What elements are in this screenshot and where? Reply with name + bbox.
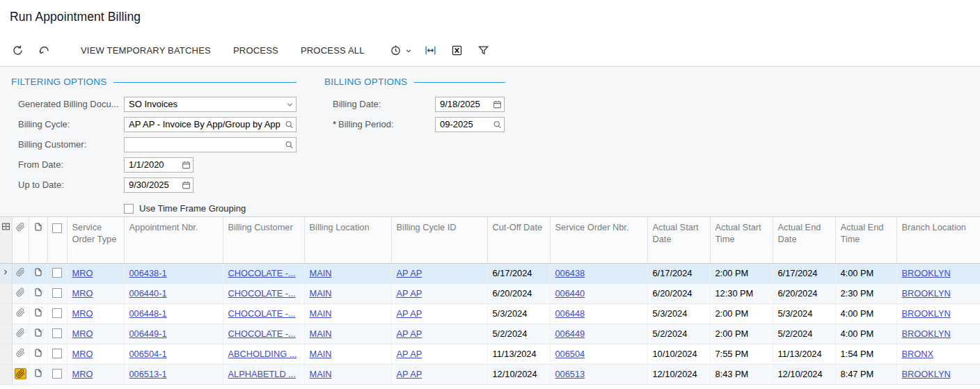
service_order_nbr-link[interactable]: 006504	[555, 349, 585, 359]
chevron-down-icon[interactable]	[286, 100, 294, 108]
note-icon[interactable]	[34, 370, 42, 380]
service_order_nbr-link[interactable]: 006449	[555, 328, 585, 339]
billing_cycle_id-link[interactable]: AP AP	[397, 268, 422, 278]
column-header-service_order_type[interactable]: Service Order Type	[67, 217, 124, 263]
column-header-billing_cycle_id[interactable]: Billing Cycle ID	[391, 217, 487, 263]
attachments-column-header[interactable]	[12, 217, 29, 263]
paperclip-icon[interactable]	[16, 309, 25, 319]
note-icon[interactable]	[34, 329, 42, 340]
service_order_type-link[interactable]: MRO	[72, 308, 93, 319]
billing-customer-input[interactable]	[124, 137, 297, 152]
calendar-icon[interactable]	[182, 160, 191, 169]
service_order_nbr-link[interactable]: 006448	[555, 308, 585, 319]
process-button[interactable]: PROCESS	[222, 40, 290, 61]
column-header-appointment_nbr[interactable]: Appointment Nbr.	[124, 217, 223, 263]
notes-column-header[interactable]	[29, 217, 47, 263]
refresh-button[interactable]	[6, 40, 29, 62]
column-header-branch_location[interactable]: Branch Location	[896, 217, 980, 263]
billing_cycle_id-link[interactable]: AP AP	[397, 369, 422, 379]
billing_location-link[interactable]: MAIN	[310, 328, 332, 339]
row-checkbox[interactable]	[52, 288, 62, 298]
up-to-date-input[interactable]: 9/30/2025	[124, 177, 193, 193]
billing_cycle_id-link[interactable]: AP AP	[397, 349, 422, 359]
paperclip-icon[interactable]	[16, 269, 25, 279]
service_order_nbr-link[interactable]: 006438	[555, 268, 585, 278]
paperclip-icon[interactable]	[16, 349, 25, 360]
filter-settings-button[interactable]	[472, 40, 496, 62]
row-checkbox[interactable]	[52, 308, 62, 318]
row-checkbox[interactable]	[52, 349, 62, 358]
row-checkbox[interactable]	[52, 268, 62, 278]
billing_cycle_id-link[interactable]: AP AP	[397, 328, 422, 339]
billing_cycle_id-link[interactable]: AP AP	[397, 308, 422, 319]
from-date-input[interactable]: 1/1/2020	[124, 157, 193, 173]
use-time-frame-grouping-checkbox[interactable]	[124, 204, 134, 214]
billing_location-link[interactable]: MAIN	[310, 268, 332, 278]
column-header-actual_end_time[interactable]: Actual End Time	[835, 217, 896, 263]
service_order_type-link[interactable]: MRO	[72, 349, 93, 359]
generated-billing-documents-dropdown[interactable]: SO Invoices	[124, 97, 297, 112]
note-icon[interactable]	[34, 289, 42, 299]
billing_location-link[interactable]: MAIN	[310, 369, 332, 379]
view-temporary-batches-button[interactable]: VIEW TEMPORARY BATCHES	[70, 40, 222, 61]
service_order_type-link[interactable]: MRO	[72, 268, 93, 278]
search-icon[interactable]	[285, 140, 294, 149]
fit-width-button[interactable]	[419, 40, 443, 62]
appointment_nbr-link[interactable]: 006513-1	[129, 369, 167, 379]
process-all-button[interactable]: PROCESS ALL	[290, 40, 376, 61]
paperclip-icon[interactable]	[16, 289, 25, 299]
note-icon[interactable]	[34, 269, 42, 279]
billing_location-link[interactable]: MAIN	[310, 288, 332, 299]
schedule-menu-button[interactable]	[386, 40, 416, 62]
note-icon[interactable]	[34, 349, 42, 360]
branch_location-link[interactable]: BRONX	[902, 349, 934, 359]
service_order_nbr-link[interactable]: 006440	[555, 288, 585, 299]
search-icon[interactable]	[285, 120, 294, 129]
billing_location-link[interactable]: MAIN	[310, 349, 332, 359]
service_order_type-link[interactable]: MRO	[72, 369, 93, 379]
service_order_type-link[interactable]: MRO	[72, 328, 93, 339]
note-icon[interactable]	[34, 309, 42, 319]
billing-period-input[interactable]: 09-2025	[435, 117, 505, 132]
calendar-icon[interactable]	[182, 180, 191, 189]
select-all-checkbox[interactable]	[52, 223, 62, 233]
grid-tools-icon[interactable]	[0, 217, 12, 263]
branch_location-link[interactable]: BROOKLYN	[902, 288, 951, 299]
row-checkbox[interactable]	[52, 369, 62, 379]
column-header-cut_off_date[interactable]: Cut-Off Date	[487, 217, 550, 263]
appointment_nbr-link[interactable]: 006448-1	[129, 308, 167, 319]
search-icon[interactable]	[493, 120, 502, 129]
billing_customer-link[interactable]: CHOCOLATE -...	[228, 308, 296, 319]
column-header-actual_start_date[interactable]: Actual Start Date	[647, 217, 710, 263]
row-checkbox[interactable]	[52, 328, 62, 338]
branch_location-link[interactable]: BROOKLYN	[902, 268, 951, 278]
branch_location-link[interactable]: BROOKLYN	[902, 328, 951, 339]
calendar-icon[interactable]	[493, 100, 502, 109]
branch_location-link[interactable]: BROOKLYN	[902, 369, 951, 379]
billing_customer-link[interactable]: ALPHABETLD ...	[228, 369, 296, 379]
billing_customer-link[interactable]: CHOCOLATE -...	[228, 268, 296, 278]
appointment_nbr-link[interactable]: 006438-1	[129, 268, 167, 278]
billing-date-input[interactable]: 9/18/2025	[435, 97, 505, 112]
paperclip-icon[interactable]	[16, 329, 25, 340]
column-header-billing_location[interactable]: Billing Location	[304, 217, 391, 263]
billing_location-link[interactable]: MAIN	[310, 308, 332, 319]
billing_customer-link[interactable]: CHOCOLATE -...	[228, 328, 296, 339]
export-excel-button[interactable]	[445, 40, 469, 62]
undo-button[interactable]	[32, 40, 56, 62]
paperclip-icon[interactable]	[15, 368, 26, 379]
billing-cycle-input[interactable]: AP AP - Invoice By App/Group by App	[124, 117, 297, 132]
column-header-actual_start_time[interactable]: Actual Start Time	[710, 217, 773, 263]
column-header-actual_end_date[interactable]: Actual End Date	[773, 217, 835, 263]
column-header-service_order_nbr[interactable]: Service Order Nbr.	[550, 217, 647, 263]
service_order_nbr-link[interactable]: 006513	[555, 369, 585, 379]
column-header-billing_customer[interactable]: Billing Customer	[223, 217, 304, 263]
appointment_nbr-link[interactable]: 006440-1	[129, 288, 167, 299]
appointment_nbr-link[interactable]: 006449-1	[129, 328, 167, 339]
billing_customer-link[interactable]: ABCHOLDING ...	[228, 349, 297, 359]
branch_location-link[interactable]: BROOKLYN	[902, 308, 951, 319]
appointment_nbr-link[interactable]: 006504-1	[129, 349, 167, 359]
billing_customer-link[interactable]: CHOCOLATE -...	[228, 288, 296, 299]
service_order_type-link[interactable]: MRO	[72, 288, 93, 299]
billing_cycle_id-link[interactable]: AP AP	[397, 288, 422, 299]
